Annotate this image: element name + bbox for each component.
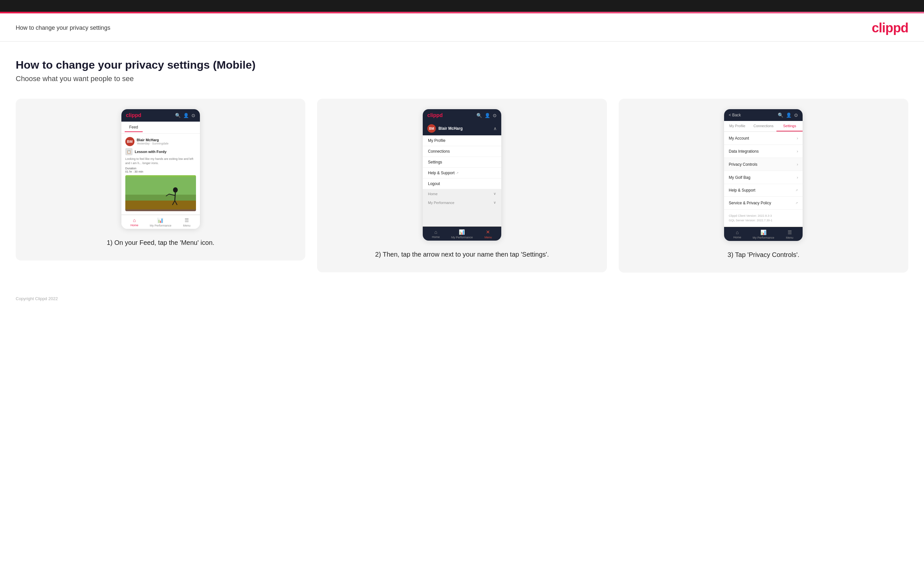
setting-data-integrations[interactable]: Data Integrations › [724, 145, 803, 158]
s2-nav-home[interactable]: ⌂ Home [423, 229, 449, 239]
s2-connections-label: Connections [428, 149, 450, 154]
s2-performance-chevron: ∨ [493, 200, 496, 205]
setting-service-privacy[interactable]: Service & Privacy Policy ↗ [724, 197, 803, 210]
my-account-label: My Account [729, 136, 749, 140]
version-line-2: GQL Server Version: 2022.7.30-1 [729, 218, 798, 222]
s2-my-profile-label: My Profile [428, 138, 445, 143]
help-support-label: Help & Support [729, 188, 755, 193]
s1-lesson-icon: 📋 [125, 148, 132, 155]
s2-performance-icon: 📊 [459, 229, 465, 235]
svg-line-4 [175, 193, 175, 200]
s1-post: BM Blair McHarg Yesterday · Sunningdale … [121, 134, 200, 215]
s2-help-label: Help & Support [428, 171, 454, 175]
s2-username: Blair McHarg [438, 126, 463, 131]
s2-close-icon: ✕ [486, 229, 490, 235]
s2-menu-settings[interactable]: Settings [423, 157, 501, 168]
step-1-mockup: clippd 🔍 👤 ⊙ Feed BM Blair [121, 109, 200, 229]
profile-icon: 👤 [183, 113, 189, 118]
top-bar [0, 0, 924, 12]
tab-my-profile[interactable]: My Profile [724, 121, 750, 131]
s3-tabs: My Profile Connections Settings [724, 121, 803, 132]
header: How to change your privacy settings clip… [0, 13, 924, 42]
s2-home-chevron: ∨ [493, 192, 496, 196]
s2-avatar: BM [427, 124, 436, 133]
service-privacy-label: Service & Privacy Policy [729, 201, 771, 205]
s3-search-icon: 🔍 [778, 113, 783, 118]
s2-nav-home-label: Home [432, 235, 440, 239]
steps-container: clippd 🔍 👤 ⊙ Feed BM Blair [16, 99, 908, 272]
page-subtitle: Choose what you want people to see [16, 74, 908, 83]
privacy-controls-label: Privacy Controls [729, 162, 757, 167]
setting-privacy-controls[interactable]: Privacy Controls › [724, 158, 803, 171]
step-1-card: clippd 🔍 👤 ⊙ Feed BM Blair [16, 99, 305, 261]
s2-performance-section[interactable]: My Performance ∨ [423, 198, 501, 207]
version-line-1: Clippd Client Version: 2022.8.3-3 [729, 213, 798, 218]
s2-logo: clippd [427, 113, 443, 118]
s3-settings-icon: ⊙ [794, 113, 798, 118]
tab-connections[interactable]: Connections [750, 121, 777, 131]
menu-icon: ☰ [184, 218, 189, 223]
page-title: How to change your privacy settings (Mob… [16, 58, 908, 71]
s2-collapse-chevron: ∧ [493, 126, 497, 131]
setting-my-account[interactable]: My Account › [724, 132, 803, 145]
s3-bottom-nav: ⌂ Home 📊 My Performance ☰ Menu [724, 227, 803, 241]
s1-lesson-desc: Looking to feel like my hands are exitin… [125, 157, 196, 165]
home-icon: ⌂ [133, 218, 136, 223]
s3-nav-menu[interactable]: ☰ Menu [777, 229, 803, 239]
s2-icons: 🔍 👤 ⊙ [477, 113, 497, 118]
step-2-caption: 2) Then, tap the arrow next to your name… [375, 250, 549, 259]
s3-nav-menu-label: Menu [786, 236, 793, 239]
s2-search-icon: 🔍 [477, 113, 482, 118]
setting-help-support[interactable]: Help & Support ↗ [724, 184, 803, 197]
my-golf-bag-chevron: › [797, 175, 798, 180]
s3-profile-icon: 👤 [786, 113, 792, 118]
s2-nav-performance[interactable]: 📊 My Performance [449, 229, 475, 239]
s2-nav-close-label: Menu [485, 236, 492, 239]
settings-icon: ⊙ [191, 113, 195, 118]
step-3-mockup: < Back 🔍 👤 ⊙ My Profile Connections [724, 109, 803, 241]
s2-home-section[interactable]: Home ∨ [423, 189, 501, 198]
s2-settings-label: Settings [428, 160, 442, 164]
s3-back-bar: < Back 🔍 👤 ⊙ [724, 109, 803, 121]
s2-bottom-nav: ⌂ Home 📊 My Performance ✕ Menu [423, 227, 501, 240]
s1-nav-menu[interactable]: ☰ Menu [174, 218, 200, 227]
s3-version-info: Clippd Client Version: 2022.8.3-3 GQL Se… [724, 210, 803, 227]
s1-nav-home-label: Home [131, 224, 138, 227]
s2-menu-help[interactable]: Help & Support ↗ [423, 168, 501, 179]
setting-my-golf-bag[interactable]: My Golf Bag › [724, 171, 803, 184]
s3-performance-icon: 📊 [761, 229, 767, 235]
s2-nav-close[interactable]: ✕ Menu [475, 229, 501, 239]
s1-navbar: clippd 🔍 👤 ⊙ [121, 109, 200, 122]
logo: clippd [872, 21, 908, 35]
s1-nav-home[interactable]: ⌂ Home [121, 218, 147, 227]
svg-rect-2 [125, 195, 196, 201]
s3-icons: 🔍 👤 ⊙ [778, 113, 798, 118]
svg-rect-0 [125, 177, 196, 198]
s3-nav-home-label: Home [733, 236, 741, 239]
s1-avatar: BM [125, 137, 134, 146]
s3-menu-icon: ☰ [788, 229, 792, 235]
s3-home-icon: ⌂ [736, 229, 739, 235]
step-1-caption: 1) On your Feed, tap the 'Menu' icon. [107, 238, 214, 247]
s3-back-button[interactable]: < Back [729, 113, 741, 118]
s2-menu-connections[interactable]: Connections [423, 146, 501, 157]
step-3-card: < Back 🔍 👤 ⊙ My Profile Connections [619, 99, 908, 272]
s2-profile-icon: 👤 [485, 113, 490, 118]
s2-settings-icon: ⊙ [493, 113, 497, 118]
privacy-controls-chevron: › [797, 162, 798, 167]
s3-nav-home[interactable]: ⌂ Home [724, 229, 750, 239]
s2-external-icon: ↗ [456, 171, 459, 174]
s2-home-icon: ⌂ [434, 229, 437, 235]
s2-menu-my-profile[interactable]: My Profile [423, 135, 501, 146]
s1-nav-performance-label: My Performance [150, 224, 171, 227]
s2-navbar: clippd 🔍 👤 ⊙ [423, 109, 501, 122]
s1-nav-menu-label: Menu [183, 224, 191, 227]
s1-nav-performance[interactable]: 📊 My Performance [147, 218, 174, 227]
s2-menu-logout[interactable]: Logout [423, 179, 501, 189]
s1-feed-tab: Feed [124, 123, 143, 132]
s3-nav-performance[interactable]: 📊 My Performance [750, 229, 777, 239]
step-2-mockup: clippd 🔍 👤 ⊙ BM Blair McHarg ∧ [423, 109, 501, 240]
s2-user-row[interactable]: BM Blair McHarg ∧ [423, 122, 501, 135]
s2-user-info: BM Blair McHarg [427, 124, 463, 133]
tab-settings[interactable]: Settings [777, 121, 803, 131]
